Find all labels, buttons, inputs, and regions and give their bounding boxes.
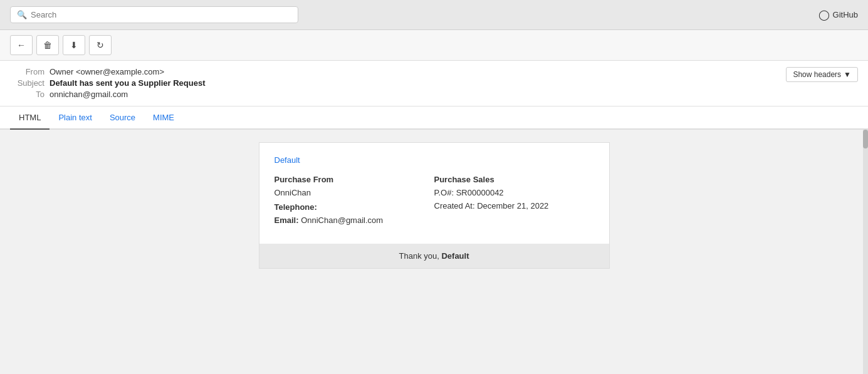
back-button[interactable]: ← <box>10 35 33 55</box>
show-headers-button[interactable]: Show headers ▼ <box>786 67 858 82</box>
github-icon: ◯ <box>818 9 830 21</box>
top-bar: 🔍 ◯ GitHub <box>0 0 868 30</box>
email-content: Default Purchase From OnniChan Telephone… <box>0 130 868 374</box>
email-card-footer: Thank you, Default <box>259 244 609 268</box>
tab-plain-text[interactable]: Plain text <box>50 106 100 130</box>
github-label: GitHub <box>833 10 858 19</box>
search-icon: 🔍 <box>17 10 27 19</box>
default-logo-link[interactable]: Default <box>275 155 300 165</box>
purchase-sales-label: Purchase Sales <box>434 175 594 184</box>
toolbar: ← 🗑 ⬇ ↻ <box>0 30 868 61</box>
email-card: Default Purchase From OnniChan Telephone… <box>259 142 610 269</box>
download-button[interactable]: ⬇ <box>63 35 85 55</box>
purchase-from-name: OnniChan <box>275 188 434 197</box>
footer-text: Thank you, <box>399 251 442 261</box>
search-input[interactable] <box>31 10 291 19</box>
telephone-field: Telephone: <box>275 202 434 212</box>
show-headers-label: Show headers <box>793 70 841 79</box>
tab-source[interactable]: Source <box>101 106 144 130</box>
purchase-from-col: Purchase From OnniChan Telephone: Email:… <box>275 175 434 229</box>
footer-name: Default <box>441 251 469 261</box>
purchase-sales-col: Purchase Sales P.O#: SR00000042 Created … <box>434 175 594 229</box>
created-at-field: Created At: December 21, 2022 <box>434 201 594 210</box>
chevron-down-icon: ▼ <box>844 70 851 79</box>
email-value: OnniChan@gmail.com <box>301 216 383 225</box>
subject-row: Subject Default has sent you a Supplier … <box>10 78 858 88</box>
created-at-value: December 21, 2022 <box>477 201 548 210</box>
scrollbar-thumb[interactable] <box>863 130 868 148</box>
subject-value: Default has sent you a Supplier Request <box>50 78 206 88</box>
po-field: P.O#: SR00000042 <box>434 188 594 197</box>
scrollbar-track[interactable] <box>863 130 868 374</box>
from-label: From <box>10 67 44 76</box>
to-label: To <box>10 90 44 99</box>
to-value: onnichan@gmail.com <box>50 90 128 99</box>
subject-label: Subject <box>10 78 44 88</box>
email-field: Email: OnniChan@gmail.com <box>275 216 434 225</box>
email-label: Email: <box>275 216 299 225</box>
default-logo: Default <box>275 155 594 165</box>
to-row: To onnichan@gmail.com <box>10 90 858 99</box>
github-link[interactable]: ◯ GitHub <box>818 9 858 21</box>
email-header: From Owner <owner@example.com> Subject D… <box>0 61 868 106</box>
telephone-label: Telephone: <box>275 202 317 212</box>
created-at-label: Created At: <box>434 201 475 210</box>
search-box: 🔍 <box>10 6 298 23</box>
tabs-bar: HTML Plain text Source MIME <box>0 106 868 130</box>
purchase-from-label: Purchase From <box>275 175 434 184</box>
purchase-grid: Purchase From OnniChan Telephone: Email:… <box>275 175 594 229</box>
from-value: Owner <owner@example.com> <box>50 67 164 76</box>
email-card-body: Default Purchase From OnniChan Telephone… <box>259 143 609 244</box>
po-value: SR00000042 <box>456 188 504 197</box>
tab-mime[interactable]: MIME <box>144 106 183 130</box>
from-row: From Owner <owner@example.com> <box>10 67 858 76</box>
tab-html[interactable]: HTML <box>10 106 50 130</box>
refresh-button[interactable]: ↻ <box>89 35 112 55</box>
delete-button[interactable]: 🗑 <box>36 35 59 55</box>
po-label: P.O#: <box>434 188 454 197</box>
